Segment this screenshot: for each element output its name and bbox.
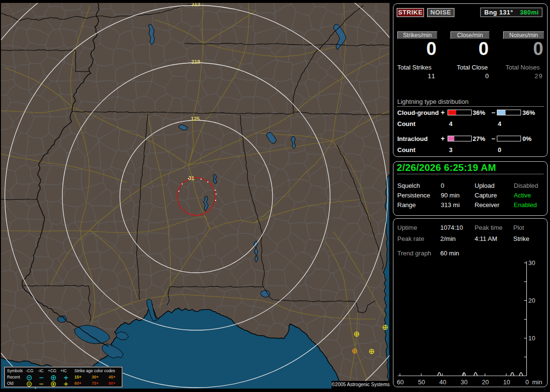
svg-text:125: 125 xyxy=(191,116,200,122)
svg-text:10: 10 xyxy=(528,335,535,342)
svg-text:min: min xyxy=(532,378,542,386)
svg-text:0: 0 xyxy=(525,378,529,386)
svg-text:219: 219 xyxy=(191,59,200,65)
svg-text:313: 313 xyxy=(191,3,200,7)
svg-text:10: 10 xyxy=(503,378,510,386)
svg-text:30: 30 xyxy=(461,378,467,386)
svg-text:60: 60 xyxy=(397,378,404,386)
svg-text:50: 50 xyxy=(418,378,425,386)
svg-text:40: 40 xyxy=(439,378,446,386)
svg-text:20: 20 xyxy=(482,378,489,386)
svg-text:30: 30 xyxy=(528,259,535,266)
svg-text:20: 20 xyxy=(528,297,535,304)
svg-text:31: 31 xyxy=(188,175,194,181)
